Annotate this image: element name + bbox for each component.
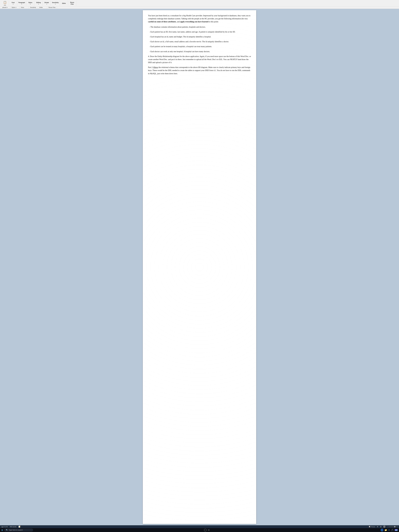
paste-icon: 📋 [3, 1, 6, 4]
ai-badge[interactable]: Ai [395, 529, 398, 531]
spotify-icon[interactable]: 🎵 [391, 529, 394, 531]
view-icon: 🔳 [383, 526, 385, 527]
document-page: You have just been hired as a consultant… [143, 10, 256, 524]
edge-browser-icon[interactable]: 🌀 [380, 529, 383, 532]
mail-icon[interactable]: ✉ [388, 529, 390, 531]
ribbon-labels-row: pboard ⊡ Styles ⊡ Voice Sensitivity Edit… [0, 6, 399, 8]
ribbon-font[interactable]: Font ▼ [9, 0, 17, 6]
taskbar: ⊞ 🔍 Type here to search ⊟ 🌀 📁 ✉ 🎵 Ai [0, 528, 399, 532]
windows-start-button[interactable]: ⊞ [1, 529, 3, 531]
bullet-item-5: - Each patient can be treated at many ho… [148, 45, 251, 48]
ribbon: 📋 aste Font ▼ Paragraph ▼ Styles ▼ Editi… [0, 0, 399, 9]
ribbon-reuse-files[interactable]: Reuse Files [68, 0, 76, 6]
bullet-item-6: - Each doctor can work at only one hospi… [148, 50, 251, 53]
styles-label-item: Styles ⊡ [10, 6, 19, 8]
document-content: You have just been hired as a consultant… [148, 14, 251, 75]
home-circle-button[interactable] [204, 529, 207, 531]
focus-icon: 🔲 [369, 526, 371, 527]
zoom-minus[interactable]: – [387, 526, 388, 527]
clipboard-label: pboard ⊡ [1, 6, 10, 8]
ribbon-sensitivity[interactable]: Sensitivity ▼ [51, 0, 60, 6]
grid-icon: ⊞ [377, 526, 378, 527]
search-placeholder-text: Type here to search [9, 529, 23, 531]
ribbon-editing[interactable]: Editing ▼ [35, 0, 43, 6]
bold-text-2: apply everything you have learned [180, 21, 208, 23]
status-bar: age 4 of 6 940 words 📝 🔲 Focus ⊞ ▤ 🔳 – + [0, 525, 399, 528]
bullet-item-3: - Each hospital has an id, name and budg… [148, 35, 251, 38]
taskbar-right: 🌀 📁 ✉ 🎵 Ai [380, 529, 398, 532]
section-4-paragraph: 4. Draw the Entity-Relationship diagram … [148, 55, 251, 64]
search-icon: 🔍 [6, 529, 8, 531]
focus-label: Focus [371, 526, 375, 527]
taskbar-center: ⊟ [34, 529, 379, 531]
slider-thumb [394, 526, 395, 527]
sensitivity-label-item: Sensitivity [29, 6, 38, 8]
voice-label-item: Voice [19, 6, 29, 8]
proofing-icon: 📝 [19, 526, 21, 528]
ribbon-paste[interactable]: 📋 aste [1, 0, 9, 6]
page-info: age 4 of 6 [1, 526, 8, 527]
bullet-item-1: - The database contains information abou… [148, 25, 251, 29]
taskbar-search-box[interactable]: 🔍 Type here to search [4, 529, 33, 532]
document-area: You have just been hired as a consultant… [0, 9, 399, 525]
ribbon-toolbar: 📋 aste Font ▼ Paragraph ▼ Styles ▼ Editi… [0, 0, 399, 6]
slider-track [389, 526, 397, 527]
bullet-item-4: - Each doctor an id, a full name, email … [148, 40, 251, 43]
focus-area: 🔲 Focus [369, 526, 375, 527]
intro-paragraph: You have just been hired as a consultant… [148, 14, 251, 23]
zoom-plus[interactable]: + [397, 526, 398, 527]
zoom-slider[interactable]: – + [387, 526, 398, 527]
taskbar-left: ⊞ 🔍 Type here to search [1, 529, 33, 532]
ribbon-editor[interactable]: Editor [60, 0, 68, 6]
file-explorer-icon[interactable]: 📁 [385, 529, 387, 531]
editor-label-item: Editor [38, 6, 47, 8]
bullet-item-2: - Each patient has an ID, first name, la… [148, 30, 251, 33]
ribbon-dictate[interactable]: Dictate ▼ [43, 0, 51, 6]
reuse-files-label: Reuse Files [47, 6, 57, 8]
layout-icon: ▤ [380, 526, 381, 527]
ribbon-paragraph[interactable]: Paragraph ▼ [17, 0, 26, 6]
taskbar-snap-icon[interactable]: ⊟ [208, 529, 210, 531]
bold-text-1: careful on some of these attributes [148, 21, 176, 23]
word-count: 940 words [10, 526, 17, 527]
ribbon-styles[interactable]: Styles ▼ [26, 0, 34, 6]
show-underline: Show [154, 66, 158, 68]
part-2-paragraph: Part 2.)Show the relational schema that … [148, 66, 251, 75]
